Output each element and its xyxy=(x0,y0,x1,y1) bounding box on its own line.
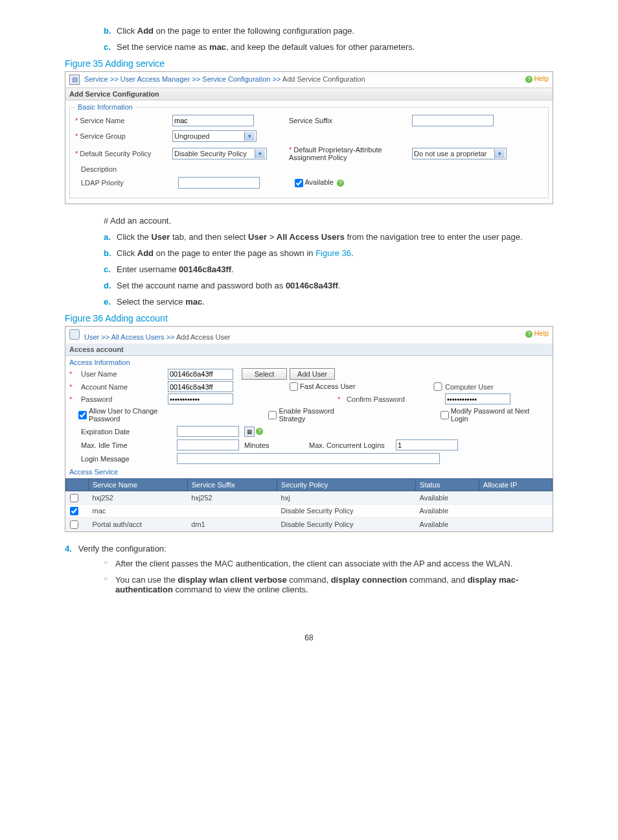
modify-next-login-option[interactable]: Modify Password at Next Login xyxy=(441,407,549,423)
col-security-policy: Security Policy xyxy=(277,479,416,491)
col-allocate-ip: Allocate IP xyxy=(479,479,552,491)
help-icon[interactable]: ? xyxy=(256,428,263,435)
enable-strategy-checkbox[interactable] xyxy=(268,411,277,419)
step-c: c.Set the service name as mac, and keep … xyxy=(104,42,553,52)
account-name-label: Account Name xyxy=(81,383,165,391)
expiration-date-input[interactable] xyxy=(177,426,239,437)
status-cell: Available xyxy=(416,504,479,518)
allocate-ip-cell xyxy=(479,491,552,505)
user-name-input[interactable] xyxy=(168,369,233,380)
crumb-all-access[interactable]: All Access Users xyxy=(111,333,165,341)
table-row: hxj252hxj252hxjAvailable xyxy=(66,491,553,505)
ldap-priority-input[interactable] xyxy=(178,177,260,189)
password-input[interactable] xyxy=(168,393,233,404)
breadcrumb: ▤ Service >> User Access Manager >> Serv… xyxy=(69,75,365,85)
allow-change-label: Allow User to Change Password xyxy=(89,407,190,423)
allocate-ip-cell xyxy=(479,518,552,531)
allow-change-checkbox[interactable] xyxy=(78,411,87,419)
figure-36-link[interactable]: Figure 36 xyxy=(315,248,351,258)
figure-35: ▤ Service >> User Access Manager >> Serv… xyxy=(65,71,553,204)
max-concurrent-input[interactable] xyxy=(396,439,458,450)
available-checkbox[interactable] xyxy=(295,179,303,187)
account-steps: a.Click the User tab, and then select Us… xyxy=(104,232,553,307)
col-status: Status xyxy=(416,479,479,491)
service-name-cell: mac xyxy=(89,504,188,518)
security-policy-cell: Disable Security Policy xyxy=(277,518,416,531)
account-name-input[interactable] xyxy=(168,381,233,392)
confirm-password-input[interactable] xyxy=(445,393,510,404)
security-policy-cell: hxj xyxy=(277,491,416,505)
help-link[interactable]: ?Help xyxy=(525,75,549,85)
enable-password-strategy-option[interactable]: Enable Password Strategy xyxy=(268,407,362,423)
help-link-36[interactable]: ?Help xyxy=(525,329,549,341)
description-label: Description xyxy=(75,165,178,173)
computer-user-checkbox[interactable] xyxy=(433,382,442,391)
service-suffix-cell: dm1 xyxy=(187,518,277,531)
default-proprietary-label: Default Proprietary-Attribute Assignment… xyxy=(289,146,382,161)
table-row: macDisable Security PolicyAvailable xyxy=(66,504,553,518)
max-idle-input[interactable] xyxy=(177,439,239,450)
service-name-cell: hxj252 xyxy=(89,491,188,505)
verify-list: After the client passes the MAC authenti… xyxy=(104,559,553,594)
basic-info-legend: Basic Information xyxy=(75,103,135,111)
crumb-uam[interactable]: User Access Manager xyxy=(120,75,190,83)
default-proprietary-select[interactable]: Do not use a proprietar▾ xyxy=(412,148,507,159)
add-user-button[interactable]: Add User xyxy=(290,368,335,380)
crumb-service-config[interactable]: Service Configuration xyxy=(202,75,270,83)
col-checkbox xyxy=(66,479,89,491)
max-idle-label: Max. Idle Time xyxy=(81,441,174,449)
modify-next-checkbox[interactable] xyxy=(441,411,449,419)
document-icon: ▤ xyxy=(69,75,80,85)
fast-access-checkbox[interactable] xyxy=(290,382,298,391)
table-row: Portal auth/acctdm1Disable Security Poli… xyxy=(66,518,553,531)
allow-change-password-option[interactable]: Allow User to Change Password xyxy=(78,407,190,423)
allocate-ip-cell xyxy=(479,504,552,518)
crumb-service[interactable]: Service xyxy=(84,75,108,83)
service-suffix-cell: hxj252 xyxy=(187,491,277,505)
acct-step-d: d.Set the account name and password both… xyxy=(104,281,553,290)
chevron-down-icon: ▾ xyxy=(244,132,255,141)
select-button[interactable]: Select xyxy=(242,368,287,380)
step-4: 4.Verify the configuration: xyxy=(65,544,553,554)
available-label: Available xyxy=(304,178,333,186)
enable-strategy-label: Enable Password Strategy xyxy=(279,407,362,423)
service-row-checkbox[interactable] xyxy=(70,520,78,529)
service-name-input[interactable] xyxy=(172,115,254,126)
crumb-user[interactable]: User xyxy=(84,333,99,341)
minutes-label: Minutes xyxy=(244,441,306,449)
login-message-label: Login Message xyxy=(81,455,174,463)
service-group-select[interactable]: Ungrouped▾ xyxy=(172,130,257,142)
calendar-icon[interactable]: ▦ xyxy=(244,426,255,437)
verify-a: After the client passes the MAC authenti… xyxy=(104,559,553,568)
computer-user-label: Computer User xyxy=(445,383,529,391)
confirm-password-label: Confirm Password xyxy=(347,395,431,403)
acct-step-a: a.Click the User tab, and then select Us… xyxy=(104,232,553,242)
access-service-header: Access Service xyxy=(65,465,553,477)
expiration-date-label: Expiration Date xyxy=(81,428,174,436)
service-suffix-cell xyxy=(187,504,277,518)
chevron-down-icon: ▾ xyxy=(494,149,505,158)
figure-36-title: Figure 36 Adding account xyxy=(65,313,553,323)
service-group-label: Service Group xyxy=(80,132,125,140)
verify-b: You can use the display wlan client verb… xyxy=(104,575,553,594)
security-policy-cell: Disable Security Policy xyxy=(277,504,416,518)
default-security-policy-select[interactable]: Disable Security Policy▾ xyxy=(172,148,267,159)
max-concurrent-label: Max. Concurrent Logins xyxy=(309,441,393,449)
basic-info-fieldset: Basic Information *Service Name Service … xyxy=(69,103,549,198)
login-message-input[interactable] xyxy=(177,453,440,464)
col-service-name: Service Name xyxy=(89,479,188,491)
service-suffix-input[interactable] xyxy=(412,115,494,126)
figure-35-title: Figure 35 Adding service xyxy=(65,58,553,69)
acct-step-b: b.Click Add on the page to enter the pag… xyxy=(104,248,553,258)
section-bar: Add Service Configuration xyxy=(65,88,553,100)
help-icon[interactable]: ? xyxy=(337,180,344,187)
service-row-checkbox[interactable] xyxy=(70,507,78,515)
figure-36: User >> All Access Users >> Add Access U… xyxy=(65,326,553,532)
password-label: Password xyxy=(81,395,165,403)
fast-access-label: Fast Access User xyxy=(300,382,356,390)
chevron-down-icon: ▾ xyxy=(255,149,265,158)
modify-next-label: Modify Password at Next Login xyxy=(451,407,549,423)
service-row-checkbox[interactable] xyxy=(70,494,78,502)
breadcrumb-36: User >> All Access Users >> Add Access U… xyxy=(69,329,231,341)
default-security-policy-label: Default Security Policy xyxy=(80,150,151,158)
